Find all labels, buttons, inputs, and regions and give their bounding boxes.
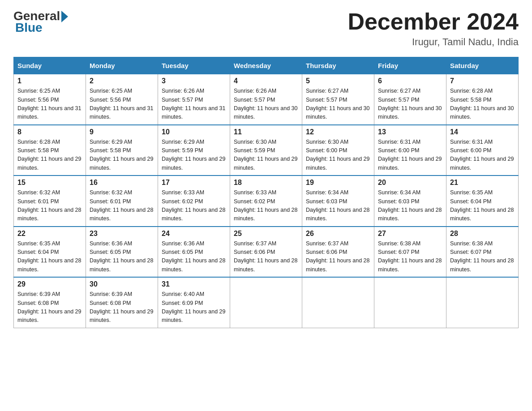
day-info: Sunrise: 6:29 AMSunset: 5:58 PMDaylight:… xyxy=(90,138,154,173)
calendar-cell: 2Sunrise: 6:25 AMSunset: 5:56 PMDaylight… xyxy=(86,74,158,125)
col-header-saturday: Saturday xyxy=(446,57,519,74)
day-number: 10 xyxy=(162,128,226,136)
col-header-tuesday: Tuesday xyxy=(158,57,230,74)
calendar-header-row: SundayMondayTuesdayWednesdayThursdayFrid… xyxy=(14,57,519,74)
calendar-cell: 5Sunrise: 6:27 AMSunset: 5:57 PMDaylight… xyxy=(302,74,374,125)
day-info: Sunrise: 6:25 AMSunset: 5:56 PMDaylight:… xyxy=(90,87,154,122)
calendar-week-row: 8Sunrise: 6:28 AMSunset: 5:58 PMDaylight… xyxy=(14,125,519,176)
calendar-cell: 22Sunrise: 6:35 AMSunset: 6:04 PMDayligh… xyxy=(14,227,86,278)
day-info: Sunrise: 6:39 AMSunset: 6:08 PMDaylight:… xyxy=(90,290,154,325)
day-info: Sunrise: 6:31 AMSunset: 6:00 PMDaylight:… xyxy=(378,138,442,173)
day-number: 25 xyxy=(234,230,298,238)
calendar-cell: 24Sunrise: 6:36 AMSunset: 6:05 PMDayligh… xyxy=(158,227,230,278)
calendar-week-row: 1Sunrise: 6:25 AMSunset: 5:56 PMDaylight… xyxy=(14,74,519,125)
day-number: 17 xyxy=(162,179,226,187)
day-number: 3 xyxy=(162,77,226,85)
title-block: December 2024 Irugur, Tamil Nadu, India xyxy=(348,9,519,48)
day-number: 5 xyxy=(306,77,370,85)
day-number: 23 xyxy=(90,230,154,238)
location-text: Irugur, Tamil Nadu, India xyxy=(348,36,519,48)
day-info: Sunrise: 6:37 AMSunset: 6:06 PMDaylight:… xyxy=(234,240,298,274)
calendar-cell: 11Sunrise: 6:30 AMSunset: 5:59 PMDayligh… xyxy=(230,125,302,176)
day-number: 14 xyxy=(450,128,515,136)
calendar-cell xyxy=(230,277,302,328)
col-header-friday: Friday xyxy=(374,57,446,74)
calendar-cell: 31Sunrise: 6:40 AMSunset: 6:09 PMDayligh… xyxy=(158,277,230,328)
calendar-week-row: 29Sunrise: 6:39 AMSunset: 6:08 PMDayligh… xyxy=(14,277,519,328)
day-number: 6 xyxy=(378,77,442,85)
day-info: Sunrise: 6:36 AMSunset: 6:05 PMDaylight:… xyxy=(162,240,226,274)
day-info: Sunrise: 6:27 AMSunset: 5:57 PMDaylight:… xyxy=(378,87,442,122)
day-number: 4 xyxy=(234,77,298,85)
col-header-thursday: Thursday xyxy=(302,57,374,74)
day-info: Sunrise: 6:38 AMSunset: 6:07 PMDaylight:… xyxy=(450,240,515,274)
day-number: 15 xyxy=(17,179,82,187)
day-number: 2 xyxy=(90,77,154,85)
calendar-cell: 18Sunrise: 6:33 AMSunset: 6:02 PMDayligh… xyxy=(230,176,302,227)
day-info: Sunrise: 6:37 AMSunset: 6:06 PMDaylight:… xyxy=(306,240,370,274)
day-info: Sunrise: 6:35 AMSunset: 6:04 PMDaylight:… xyxy=(450,188,515,223)
calendar-cell: 19Sunrise: 6:34 AMSunset: 6:03 PMDayligh… xyxy=(302,176,374,227)
col-header-wednesday: Wednesday xyxy=(230,57,302,74)
calendar-cell xyxy=(302,277,374,328)
day-number: 21 xyxy=(450,179,515,187)
day-info: Sunrise: 6:38 AMSunset: 6:07 PMDaylight:… xyxy=(378,240,442,274)
calendar-cell: 16Sunrise: 6:32 AMSunset: 6:01 PMDayligh… xyxy=(86,176,158,227)
day-info: Sunrise: 6:34 AMSunset: 6:03 PMDaylight:… xyxy=(378,188,442,223)
calendar-cell: 13Sunrise: 6:31 AMSunset: 6:00 PMDayligh… xyxy=(374,125,446,176)
calendar-cell: 20Sunrise: 6:34 AMSunset: 6:03 PMDayligh… xyxy=(374,176,446,227)
day-number: 11 xyxy=(234,128,298,136)
day-number: 7 xyxy=(450,77,515,85)
calendar-cell: 12Sunrise: 6:30 AMSunset: 6:00 PMDayligh… xyxy=(302,125,374,176)
day-number: 28 xyxy=(450,230,515,238)
day-number: 20 xyxy=(378,179,442,187)
calendar-cell: 28Sunrise: 6:38 AMSunset: 6:07 PMDayligh… xyxy=(446,227,519,278)
calendar-cell: 17Sunrise: 6:33 AMSunset: 6:02 PMDayligh… xyxy=(158,176,230,227)
calendar-cell: 14Sunrise: 6:31 AMSunset: 6:00 PMDayligh… xyxy=(446,125,519,176)
day-number: 24 xyxy=(162,230,226,238)
day-info: Sunrise: 6:26 AMSunset: 5:57 PMDaylight:… xyxy=(162,87,226,122)
month-title: December 2024 xyxy=(348,9,519,34)
calendar-cell: 15Sunrise: 6:32 AMSunset: 6:01 PMDayligh… xyxy=(14,176,86,227)
day-info: Sunrise: 6:26 AMSunset: 5:57 PMDaylight:… xyxy=(234,87,298,122)
day-number: 29 xyxy=(17,280,82,288)
calendar-cell: 27Sunrise: 6:38 AMSunset: 6:07 PMDayligh… xyxy=(374,227,446,278)
calendar-table: SundayMondayTuesdayWednesdayThursdayFrid… xyxy=(13,57,519,328)
calendar-cell: 21Sunrise: 6:35 AMSunset: 6:04 PMDayligh… xyxy=(446,176,519,227)
calendar-cell xyxy=(446,277,519,328)
calendar-cell: 4Sunrise: 6:26 AMSunset: 5:57 PMDaylight… xyxy=(230,74,302,125)
day-info: Sunrise: 6:33 AMSunset: 6:02 PMDaylight:… xyxy=(162,188,226,223)
day-info: Sunrise: 6:30 AMSunset: 6:00 PMDaylight:… xyxy=(306,138,370,173)
page-header: General Blue December 2024 Irugur, Tamil… xyxy=(13,9,519,48)
col-header-sunday: Sunday xyxy=(14,57,86,74)
calendar-cell: 23Sunrise: 6:36 AMSunset: 6:05 PMDayligh… xyxy=(86,227,158,278)
day-info: Sunrise: 6:34 AMSunset: 6:03 PMDaylight:… xyxy=(306,188,370,223)
day-info: Sunrise: 6:32 AMSunset: 6:01 PMDaylight:… xyxy=(17,188,82,223)
calendar-cell: 6Sunrise: 6:27 AMSunset: 5:57 PMDaylight… xyxy=(374,74,446,125)
calendar-week-row: 22Sunrise: 6:35 AMSunset: 6:04 PMDayligh… xyxy=(14,227,519,278)
day-number: 31 xyxy=(162,280,226,288)
calendar-cell: 29Sunrise: 6:39 AMSunset: 6:08 PMDayligh… xyxy=(14,277,86,328)
day-number: 30 xyxy=(90,280,154,288)
day-number: 1 xyxy=(17,77,82,85)
calendar-cell: 8Sunrise: 6:28 AMSunset: 5:58 PMDaylight… xyxy=(14,125,86,176)
day-number: 13 xyxy=(378,128,442,136)
day-number: 19 xyxy=(306,179,370,187)
logo: General Blue xyxy=(13,9,68,34)
day-info: Sunrise: 6:28 AMSunset: 5:58 PMDaylight:… xyxy=(450,87,515,122)
calendar-cell: 30Sunrise: 6:39 AMSunset: 6:08 PMDayligh… xyxy=(86,277,158,328)
logo-arrow-icon xyxy=(61,11,68,22)
day-info: Sunrise: 6:40 AMSunset: 6:09 PMDaylight:… xyxy=(162,290,226,325)
calendar-cell: 1Sunrise: 6:25 AMSunset: 5:56 PMDaylight… xyxy=(14,74,86,125)
day-info: Sunrise: 6:28 AMSunset: 5:58 PMDaylight:… xyxy=(17,138,82,173)
calendar-cell: 3Sunrise: 6:26 AMSunset: 5:57 PMDaylight… xyxy=(158,74,230,125)
day-number: 27 xyxy=(378,230,442,238)
day-number: 9 xyxy=(90,128,154,136)
calendar-cell: 10Sunrise: 6:29 AMSunset: 5:59 PMDayligh… xyxy=(158,125,230,176)
day-number: 18 xyxy=(234,179,298,187)
day-info: Sunrise: 6:35 AMSunset: 6:04 PMDaylight:… xyxy=(17,240,82,274)
day-info: Sunrise: 6:25 AMSunset: 5:56 PMDaylight:… xyxy=(17,87,82,122)
calendar-cell: 7Sunrise: 6:28 AMSunset: 5:58 PMDaylight… xyxy=(446,74,519,125)
day-info: Sunrise: 6:32 AMSunset: 6:01 PMDaylight:… xyxy=(90,188,154,223)
day-info: Sunrise: 6:27 AMSunset: 5:57 PMDaylight:… xyxy=(306,87,370,122)
